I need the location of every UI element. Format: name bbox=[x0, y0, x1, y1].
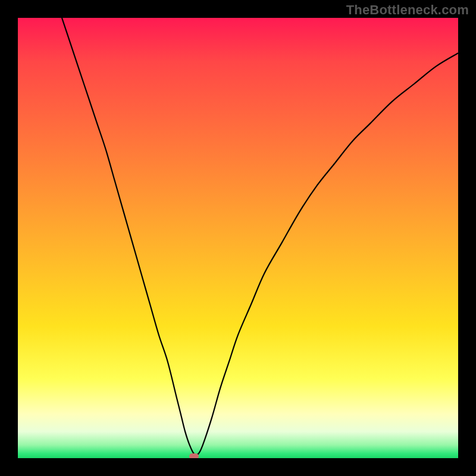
bottleneck-curve bbox=[18, 18, 458, 458]
watermark-text: TheBottleneck.com bbox=[346, 2, 469, 18]
chart-plot-area bbox=[18, 18, 458, 458]
min-marker bbox=[189, 453, 199, 458]
